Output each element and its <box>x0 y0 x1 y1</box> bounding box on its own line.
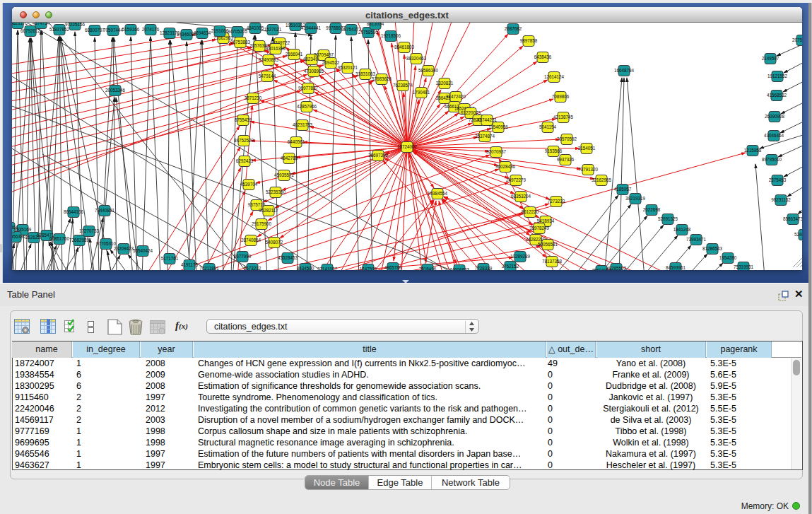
svg-text:3320821: 3320821 <box>436 81 454 86</box>
svg-text:42857966: 42857966 <box>297 104 317 109</box>
svg-text:10289289: 10289289 <box>510 254 531 259</box>
svg-text:31831063: 31831063 <box>355 71 376 76</box>
svg-text:4539704: 4539704 <box>240 182 258 187</box>
svg-text:73791320: 73791320 <box>578 167 599 172</box>
svg-text:43528453: 43528453 <box>278 255 298 260</box>
svg-text:2149597: 2149597 <box>762 56 779 61</box>
svg-text:41568532: 41568532 <box>767 93 787 98</box>
svg-text:5479144: 5479144 <box>259 74 276 78</box>
svg-text:5041154: 5041154 <box>539 124 557 129</box>
svg-text:45935572: 45935572 <box>274 173 295 177</box>
svg-text:8077999: 8077999 <box>234 254 252 259</box>
svg-text:42138745: 42138745 <box>553 115 574 119</box>
svg-text:33978249: 33978249 <box>529 226 550 230</box>
svg-text:29175900: 29175900 <box>252 221 272 226</box>
svg-text:2694522: 2694522 <box>322 60 340 65</box>
svg-text:4694634: 4694634 <box>194 30 211 35</box>
svg-text:31472420: 31472420 <box>446 94 466 99</box>
svg-text:7089806: 7089806 <box>552 94 570 99</box>
svg-text:51837852: 51837852 <box>49 27 70 32</box>
svg-text:19218506: 19218506 <box>381 33 401 38</box>
svg-text:2191066: 2191066 <box>211 28 229 33</box>
svg-text:1954280: 1954280 <box>719 255 737 260</box>
svg-text:76238574: 76238574 <box>393 83 413 88</box>
svg-text:85863473: 85863473 <box>783 216 802 221</box>
svg-text:70211891: 70211891 <box>199 266 219 270</box>
svg-text:23209423: 23209423 <box>114 246 134 251</box>
svg-text:8755439: 8755439 <box>235 117 252 122</box>
svg-text:3762152: 3762152 <box>502 264 519 269</box>
svg-text:27758595: 27758595 <box>358 30 379 35</box>
svg-text:80823176: 80823176 <box>12 23 28 25</box>
svg-text:20570592: 20570592 <box>557 136 577 141</box>
svg-text:52235350: 52235350 <box>266 189 286 194</box>
svg-text:96977837: 96977837 <box>298 86 319 90</box>
svg-text:20709497: 20709497 <box>314 52 334 57</box>
svg-text:11540956: 11540956 <box>488 124 508 129</box>
svg-text:98231132: 98231132 <box>771 197 791 202</box>
svg-text:75319931: 75319931 <box>734 264 754 269</box>
svg-text:26090908: 26090908 <box>765 114 785 119</box>
svg-text:73993471: 73993471 <box>686 237 707 242</box>
svg-text:7818496: 7818496 <box>419 267 437 270</box>
svg-text:96028436: 96028436 <box>495 164 516 169</box>
svg-text:2166941: 2166941 <box>286 52 303 57</box>
svg-text:6440561: 6440561 <box>288 139 305 144</box>
svg-text:43046464: 43046464 <box>764 133 784 138</box>
svg-text:94705205: 94705205 <box>228 29 248 34</box>
svg-text:97705310: 97705310 <box>96 241 117 246</box>
svg-text:6292423: 6292423 <box>236 158 254 163</box>
svg-text:8813054: 8813054 <box>367 23 384 26</box>
svg-text:84752529: 84752529 <box>234 138 254 143</box>
svg-text:73440831: 73440831 <box>95 208 115 213</box>
svg-text:48285503: 48285503 <box>606 266 627 270</box>
svg-text:57683626: 57683626 <box>372 76 392 81</box>
svg-text:4191175: 4191175 <box>181 262 199 267</box>
svg-text:1215958: 1215958 <box>744 148 762 153</box>
svg-text:58586340: 58586340 <box>418 68 439 73</box>
svg-text:93016315: 93016315 <box>266 46 286 51</box>
svg-text:5159166: 5159166 <box>122 27 140 32</box>
svg-text:87490893: 87490893 <box>259 57 279 62</box>
svg-text:41944441: 41944441 <box>301 25 322 30</box>
svg-text:9897858: 9897858 <box>520 38 538 43</box>
svg-text:70597444: 70597444 <box>103 28 124 33</box>
svg-text:95320121: 95320121 <box>338 65 358 70</box>
svg-text:50056581: 50056581 <box>538 242 558 247</box>
svg-text:8434500: 8434500 <box>297 266 314 270</box>
svg-text:86644106: 86644106 <box>64 209 84 214</box>
svg-text:5408072: 5408072 <box>266 240 283 245</box>
svg-text:28740864: 28740864 <box>241 238 261 243</box>
svg-text:1790481: 1790481 <box>413 90 430 95</box>
svg-text:18724007: 18724007 <box>397 144 418 149</box>
svg-text:26753883: 26753883 <box>230 40 251 45</box>
svg-text:25374874: 25374874 <box>475 134 495 139</box>
svg-text:81286543: 81286543 <box>702 246 723 251</box>
svg-text:61220073: 61220073 <box>461 110 481 115</box>
svg-text:17270733: 17270733 <box>79 228 100 233</box>
svg-text:36697396: 36697396 <box>368 153 389 158</box>
svg-text:52462441: 52462441 <box>794 232 802 237</box>
svg-text:4185957: 4185957 <box>614 187 632 192</box>
svg-text:19121552: 19121552 <box>767 74 788 78</box>
svg-text:39219319: 39219319 <box>625 196 646 201</box>
svg-text:12614124: 12614124 <box>544 74 565 79</box>
svg-text:5673212: 5673212 <box>244 266 261 270</box>
svg-text:2022698: 2022698 <box>643 207 661 212</box>
svg-text:84593961: 84593961 <box>666 265 686 270</box>
svg-text:68353204: 68353204 <box>511 194 531 199</box>
svg-text:9153566: 9153566 <box>545 148 563 153</box>
svg-text:52091325: 52091325 <box>658 216 678 221</box>
svg-text:7754864: 7754864 <box>12 225 18 230</box>
svg-text:6438436: 6438436 <box>534 54 552 59</box>
svg-text:32162965: 32162965 <box>592 177 612 182</box>
svg-text:4965789: 4965789 <box>384 265 402 270</box>
svg-text:8612220: 8612220 <box>522 209 539 214</box>
svg-text:4841005: 4841005 <box>247 25 264 30</box>
svg-text:82070937: 82070937 <box>486 149 507 154</box>
svg-text:55540424: 55540424 <box>133 248 153 253</box>
svg-text:96282117: 96282117 <box>259 208 278 213</box>
svg-text:3154051: 3154051 <box>578 146 596 151</box>
svg-text:46231783: 46231783 <box>293 122 313 127</box>
svg-text:47308985: 47308985 <box>304 69 324 74</box>
